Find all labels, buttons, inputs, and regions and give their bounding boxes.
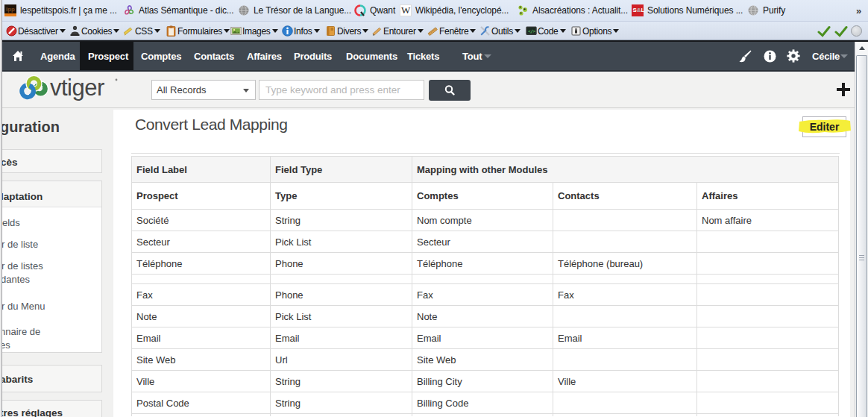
svg-text:</>: </> [528, 28, 536, 34]
svg-text:vtiger: vtiger [50, 75, 104, 101]
